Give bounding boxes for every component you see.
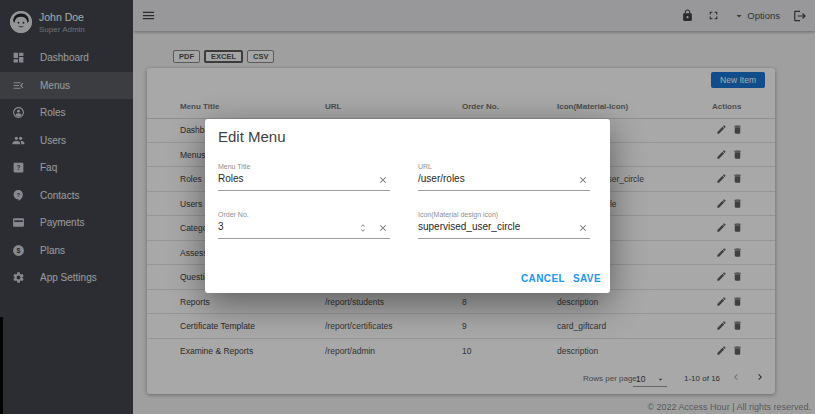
- clear-icon[interactable]: [578, 175, 588, 185]
- edit-menu-dialog: Edit Menu Menu Title URL Order No. Icon(…: [205, 119, 610, 293]
- clear-icon[interactable]: [378, 175, 388, 185]
- number-stepper-icon[interactable]: [358, 223, 368, 233]
- dialog-title: Edit Menu: [218, 128, 286, 145]
- clear-icon[interactable]: [578, 223, 588, 233]
- url-input[interactable]: [418, 173, 568, 184]
- icon-field: Icon(Material design icon): [418, 211, 590, 245]
- menu-title-input[interactable]: [218, 173, 368, 184]
- icon-input[interactable]: [418, 221, 568, 232]
- menu-title-field: Menu Title: [218, 163, 390, 197]
- order-no-input[interactable]: [218, 221, 368, 232]
- save-button[interactable]: SAVE: [573, 271, 601, 286]
- url-field: URL: [418, 163, 590, 197]
- order-no-field: Order No.: [218, 211, 390, 245]
- clear-icon[interactable]: [378, 223, 388, 233]
- app-window: John Doe Super Admin Dashboard Menus Rol…: [0, 0, 815, 414]
- cancel-button[interactable]: CANCEL: [521, 271, 565, 286]
